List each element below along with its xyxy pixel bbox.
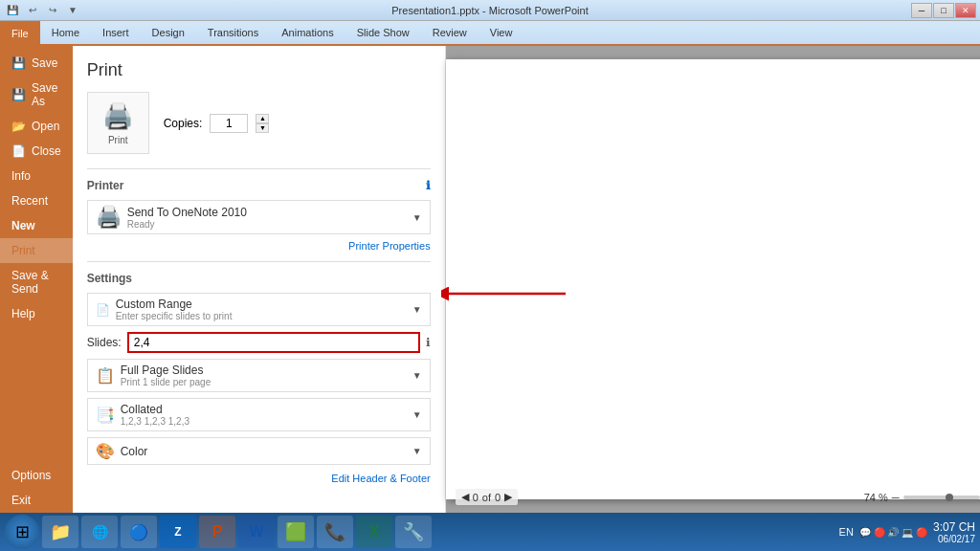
- collated-dropdown-arrow-icon[interactable]: ▼: [412, 409, 422, 420]
- menu-close[interactable]: 📄 Close: [0, 139, 73, 164]
- zoom-thumb[interactable]: [946, 494, 953, 501]
- copies-input[interactable]: [210, 114, 248, 133]
- clock: 3:07 CH 06/02/17: [933, 520, 975, 544]
- title-bar: 💾 ↩ ↪ ▼ Presentation1.pptx - Microsoft P…: [0, 0, 980, 21]
- prev-slide-button[interactable]: ◀: [461, 491, 469, 503]
- copies-down-button[interactable]: ▼: [256, 123, 269, 133]
- printer-info-icon: ℹ: [426, 179, 431, 192]
- current-slide-display: 0: [473, 492, 479, 503]
- taskbar: ⊞ 📁 🌐 🔵 Z P W 🟩 📞 X 🔧 EN 💬 🔴 🔊 💻 🔴 3:07 …: [0, 513, 980, 551]
- taskbar-app-explorer[interactable]: 📁: [42, 516, 78, 548]
- minimize-button[interactable]: ─: [911, 3, 932, 18]
- menu-save-as[interactable]: 💾 Save As: [0, 76, 73, 114]
- window-controls: ─ □ ✕: [911, 3, 976, 18]
- tab-slideshow[interactable]: Slide Show: [345, 21, 421, 44]
- quick-access-undo[interactable]: ↩: [24, 2, 41, 19]
- tab-file[interactable]: File: [0, 21, 40, 46]
- quick-access-menu[interactable]: ▼: [64, 2, 81, 19]
- title-bar-left: 💾 ↩ ↪ ▼: [4, 2, 81, 19]
- settings-section-header: Settings: [87, 272, 431, 285]
- zoom-bar: 74 % ─ +: [864, 490, 980, 505]
- annotation-arrow: [441, 283, 575, 304]
- main-layout: 💾 Save 💾 Save As 📂 Open 📄 Close Info Rec…: [0, 46, 980, 513]
- color-dropdown-arrow-icon[interactable]: ▼: [412, 446, 422, 456]
- printer-properties-link[interactable]: Printer Properties: [87, 240, 431, 252]
- layout-icon: 📋: [96, 366, 115, 385]
- menu-new[interactable]: New: [0, 213, 73, 238]
- taskbar-app-chrome[interactable]: 🔵: [121, 516, 157, 548]
- next-slide-button[interactable]: ▶: [504, 491, 512, 503]
- edit-header-footer-link[interactable]: Edit Header & Footer: [87, 473, 431, 484]
- menu-print[interactable]: Print: [0, 238, 73, 263]
- taskbar-app-zalo[interactable]: Z: [160, 516, 196, 548]
- zoom-out-button[interactable]: ─: [892, 492, 900, 503]
- printer-graphic-icon: 🖨️: [102, 101, 133, 131]
- printer-info: Send To OneNote 2010 Ready: [127, 206, 412, 230]
- menu-help[interactable]: Help: [0, 301, 73, 326]
- printer-section-label: Printer: [87, 179, 124, 192]
- copies-spinner[interactable]: ▲ ▼: [256, 114, 269, 133]
- menu-exit[interactable]: Exit: [0, 488, 73, 513]
- range-label: Custom Range: [116, 298, 412, 311]
- printer-status: Ready: [127, 219, 412, 230]
- copies-row: Copies: ▲ ▼: [164, 114, 270, 133]
- open-icon: 📂: [11, 120, 26, 133]
- printer-dropdown[interactable]: 🖨️ Send To OneNote 2010 Ready ▼: [87, 200, 431, 234]
- color-dropdown[interactable]: 🎨 Color ▼: [87, 437, 431, 465]
- printer-dropdown-arrow-icon[interactable]: ▼: [412, 212, 422, 223]
- tab-design[interactable]: Design: [141, 21, 196, 44]
- tab-view[interactable]: View: [479, 21, 524, 44]
- close-file-icon: 📄: [11, 144, 26, 158]
- exit-label: Exit: [11, 494, 31, 507]
- menu-options[interactable]: Options: [0, 463, 73, 488]
- taskbar-app-extra[interactable]: 🔧: [395, 516, 432, 548]
- tab-transitions[interactable]: Transitions: [196, 21, 270, 44]
- range-sub: Enter specific slides to print: [116, 311, 412, 321]
- close-label: Close: [32, 144, 61, 158]
- window-title: Presentation1.pptx - Microsoft PowerPoin…: [391, 5, 588, 16]
- tab-home[interactable]: Home: [40, 21, 91, 44]
- range-icon: 📄: [96, 303, 110, 317]
- maximize-button[interactable]: □: [933, 3, 954, 18]
- quick-access-redo[interactable]: ↪: [44, 2, 61, 19]
- menu-open[interactable]: 📂 Open: [0, 114, 73, 139]
- taskbar-app-skype[interactable]: 📞: [317, 516, 353, 548]
- close-button[interactable]: ✕: [955, 3, 976, 18]
- menu-info[interactable]: Info: [0, 164, 73, 188]
- color-icon: 🎨: [96, 442, 115, 460]
- taskbar-app-ie[interactable]: 🌐: [81, 516, 118, 548]
- taskbar-icons: 💬 🔴 🔊 💻 🔴: [859, 527, 927, 538]
- copies-up-button[interactable]: ▲: [256, 114, 269, 123]
- taskbar-app-word[interactable]: W: [238, 516, 275, 548]
- layout-dropdown-arrow-icon[interactable]: ▼: [412, 370, 422, 381]
- zoom-slider[interactable]: [903, 496, 980, 499]
- menu-recent[interactable]: Recent: [0, 188, 73, 213]
- print-button[interactable]: 🖨️ Print: [87, 92, 149, 154]
- file-sidebar: 💾 Save 💾 Save As 📂 Open 📄 Close Info Rec…: [0, 46, 73, 513]
- range-dropdown-arrow-icon[interactable]: ▼: [412, 304, 422, 315]
- printer-icon: 🖨️: [96, 205, 122, 230]
- save-as-icon: 💾: [11, 88, 26, 101]
- total-slides-display: 0: [495, 492, 501, 503]
- range-dropdown[interactable]: 📄 Custom Range Enter specific slides to …: [87, 293, 431, 326]
- tab-animations[interactable]: Animations: [270, 21, 345, 44]
- recent-label: Recent: [11, 194, 48, 208]
- save-send-label: Save & Send: [11, 269, 61, 296]
- taskbar-app-excel[interactable]: X: [356, 516, 392, 548]
- save-icon: 💾: [11, 56, 26, 70]
- taskbar-app-powerpoint[interactable]: P: [199, 516, 235, 548]
- printer-name: Send To OneNote 2010: [127, 206, 412, 219]
- layout-dropdown[interactable]: 📋 Full Page Slides Print 1 slide per pag…: [87, 359, 431, 392]
- options-label: Options: [11, 469, 51, 482]
- start-button[interactable]: ⊞: [5, 515, 39, 549]
- taskbar-app-apps[interactable]: 🟩: [278, 516, 314, 548]
- menu-save-send[interactable]: Save & Send: [0, 263, 73, 301]
- slides-input[interactable]: [127, 332, 420, 353]
- tab-insert[interactable]: Insert: [91, 21, 141, 44]
- content-area: Print 🖨️ Print Copies: ▲ ▼ Printer: [73, 46, 980, 513]
- tab-review[interactable]: Review: [421, 21, 479, 44]
- layout-label: Full Page Slides: [121, 364, 412, 377]
- collated-dropdown[interactable]: 📑 Collated 1,2,3 1,2,3 1,2,3 ▼: [87, 398, 431, 431]
- quick-access-save[interactable]: 💾: [4, 2, 21, 19]
- menu-save[interactable]: 💾 Save: [0, 51, 73, 76]
